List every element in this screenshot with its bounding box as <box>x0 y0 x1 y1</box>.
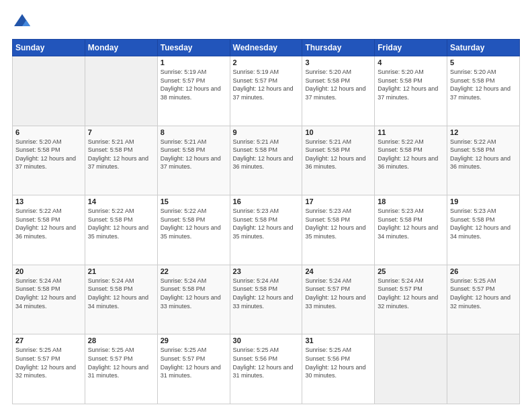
day-info: Sunrise: 5:24 AM Sunset: 5:58 PM Dayligh… <box>15 277 82 310</box>
day-number: 31 <box>305 336 371 345</box>
calendar-cell: 15Sunrise: 5:22 AM Sunset: 5:58 PM Dayli… <box>157 195 230 265</box>
day-info: Sunrise: 5:22 AM Sunset: 5:58 PM Dayligh… <box>378 138 444 171</box>
calendar-cell <box>375 334 447 404</box>
calendar-cell: 1Sunrise: 5:19 AM Sunset: 5:57 PM Daylig… <box>157 56 230 126</box>
calendar-cell: 18Sunrise: 5:23 AM Sunset: 5:58 PM Dayli… <box>375 195 447 265</box>
calendar-week-1: 1Sunrise: 5:19 AM Sunset: 5:57 PM Daylig… <box>13 56 520 126</box>
day-info: Sunrise: 5:22 AM Sunset: 5:58 PM Dayligh… <box>450 138 517 171</box>
day-number: 7 <box>88 128 154 136</box>
day-number: 12 <box>450 128 517 136</box>
day-info: Sunrise: 5:22 AM Sunset: 5:58 PM Dayligh… <box>88 207 154 240</box>
day-info: Sunrise: 5:24 AM Sunset: 5:58 PM Dayligh… <box>88 277 154 310</box>
day-number: 26 <box>450 267 517 275</box>
page: SundayMondayTuesdayWednesdayThursdayFrid… <box>0 0 532 411</box>
weekday-header-row: SundayMondayTuesdayWednesdayThursdayFrid… <box>13 40 520 56</box>
day-number: 25 <box>378 267 444 275</box>
day-number: 8 <box>161 128 227 136</box>
day-info: Sunrise: 5:24 AM Sunset: 5:58 PM Dayligh… <box>161 277 227 310</box>
calendar-cell: 16Sunrise: 5:23 AM Sunset: 5:58 PM Dayli… <box>230 195 302 265</box>
day-number: 27 <box>15 336 82 345</box>
day-number: 14 <box>88 197 154 205</box>
day-number: 15 <box>161 197 227 205</box>
calendar-cell: 28Sunrise: 5:25 AM Sunset: 5:57 PM Dayli… <box>85 334 157 404</box>
calendar-table: SundayMondayTuesdayWednesdayThursdayFrid… <box>12 39 520 404</box>
calendar-cell: 22Sunrise: 5:24 AM Sunset: 5:58 PM Dayli… <box>157 265 230 334</box>
calendar-cell: 14Sunrise: 5:22 AM Sunset: 5:58 PM Dayli… <box>85 195 157 265</box>
calendar-cell <box>85 56 157 126</box>
day-number: 30 <box>233 336 300 345</box>
calendar-cell: 21Sunrise: 5:24 AM Sunset: 5:58 PM Dayli… <box>85 265 157 334</box>
day-number: 22 <box>161 267 227 275</box>
calendar-cell: 20Sunrise: 5:24 AM Sunset: 5:58 PM Dayli… <box>13 265 85 334</box>
day-number: 16 <box>233 197 300 205</box>
day-number: 28 <box>88 336 154 345</box>
day-number: 19 <box>450 197 517 205</box>
calendar-cell: 10Sunrise: 5:21 AM Sunset: 5:58 PM Dayli… <box>302 126 375 195</box>
day-info: Sunrise: 5:22 AM Sunset: 5:58 PM Dayligh… <box>15 207 82 240</box>
calendar-cell: 8Sunrise: 5:21 AM Sunset: 5:58 PM Daylig… <box>157 126 230 195</box>
day-info: Sunrise: 5:24 AM Sunset: 5:57 PM Dayligh… <box>305 277 371 310</box>
day-number: 5 <box>450 58 517 66</box>
day-info: Sunrise: 5:23 AM Sunset: 5:58 PM Dayligh… <box>450 207 517 240</box>
calendar-cell: 19Sunrise: 5:23 AM Sunset: 5:58 PM Dayli… <box>447 195 520 265</box>
day-number: 20 <box>15 267 82 275</box>
weekday-header-saturday: Saturday <box>447 40 520 56</box>
calendar-cell <box>447 334 520 404</box>
calendar-cell: 24Sunrise: 5:24 AM Sunset: 5:57 PM Dayli… <box>302 265 375 334</box>
day-info: Sunrise: 5:23 AM Sunset: 5:58 PM Dayligh… <box>378 207 444 240</box>
calendar-cell: 23Sunrise: 5:24 AM Sunset: 5:58 PM Dayli… <box>230 265 302 334</box>
day-info: Sunrise: 5:25 AM Sunset: 5:57 PM Dayligh… <box>15 346 82 379</box>
day-number: 4 <box>378 58 444 66</box>
day-info: Sunrise: 5:23 AM Sunset: 5:58 PM Dayligh… <box>233 207 300 240</box>
calendar-cell: 31Sunrise: 5:25 AM Sunset: 5:56 PM Dayli… <box>302 334 375 404</box>
day-info: Sunrise: 5:24 AM Sunset: 5:58 PM Dayligh… <box>233 277 300 310</box>
day-number: 17 <box>305 197 371 205</box>
day-info: Sunrise: 5:24 AM Sunset: 5:57 PM Dayligh… <box>378 277 444 310</box>
weekday-header-friday: Friday <box>375 40 447 56</box>
day-info: Sunrise: 5:19 AM Sunset: 5:57 PM Dayligh… <box>161 68 227 101</box>
calendar-week-4: 20Sunrise: 5:24 AM Sunset: 5:58 PM Dayli… <box>13 265 520 334</box>
calendar-cell: 30Sunrise: 5:25 AM Sunset: 5:56 PM Dayli… <box>230 334 302 404</box>
calendar-cell: 6Sunrise: 5:20 AM Sunset: 5:58 PM Daylig… <box>13 126 85 195</box>
weekday-header-thursday: Thursday <box>302 40 375 56</box>
day-info: Sunrise: 5:19 AM Sunset: 5:57 PM Dayligh… <box>233 68 300 101</box>
day-info: Sunrise: 5:20 AM Sunset: 5:58 PM Dayligh… <box>15 138 82 171</box>
day-info: Sunrise: 5:25 AM Sunset: 5:57 PM Dayligh… <box>450 277 517 310</box>
weekday-header-wednesday: Wednesday <box>230 40 302 56</box>
weekday-header-tuesday: Tuesday <box>157 40 230 56</box>
calendar-week-2: 6Sunrise: 5:20 AM Sunset: 5:58 PM Daylig… <box>13 126 520 195</box>
day-info: Sunrise: 5:20 AM Sunset: 5:58 PM Dayligh… <box>450 68 517 101</box>
day-number: 2 <box>233 58 300 66</box>
day-info: Sunrise: 5:21 AM Sunset: 5:58 PM Dayligh… <box>161 138 227 171</box>
day-number: 11 <box>378 128 444 136</box>
day-info: Sunrise: 5:21 AM Sunset: 5:58 PM Dayligh… <box>88 138 154 171</box>
day-number: 29 <box>161 336 227 345</box>
calendar-week-3: 13Sunrise: 5:22 AM Sunset: 5:58 PM Dayli… <box>13 195 520 265</box>
day-number: 1 <box>161 58 227 66</box>
calendar-cell: 9Sunrise: 5:21 AM Sunset: 5:58 PM Daylig… <box>230 126 302 195</box>
calendar-cell: 2Sunrise: 5:19 AM Sunset: 5:57 PM Daylig… <box>230 56 302 126</box>
day-info: Sunrise: 5:25 AM Sunset: 5:57 PM Dayligh… <box>161 346 227 379</box>
day-info: Sunrise: 5:21 AM Sunset: 5:58 PM Dayligh… <box>305 138 371 171</box>
calendar-cell: 11Sunrise: 5:22 AM Sunset: 5:58 PM Dayli… <box>375 126 447 195</box>
day-number: 3 <box>305 58 371 66</box>
day-info: Sunrise: 5:22 AM Sunset: 5:58 PM Dayligh… <box>161 207 227 240</box>
day-info: Sunrise: 5:25 AM Sunset: 5:56 PM Dayligh… <box>233 346 300 379</box>
calendar-cell: 3Sunrise: 5:20 AM Sunset: 5:58 PM Daylig… <box>302 56 375 126</box>
day-info: Sunrise: 5:20 AM Sunset: 5:58 PM Dayligh… <box>305 68 371 101</box>
weekday-header-monday: Monday <box>85 40 157 56</box>
calendar-cell: 26Sunrise: 5:25 AM Sunset: 5:57 PM Dayli… <box>447 265 520 334</box>
calendar-cell: 29Sunrise: 5:25 AM Sunset: 5:57 PM Dayli… <box>157 334 230 404</box>
logo-icon <box>12 12 32 32</box>
calendar-cell: 27Sunrise: 5:25 AM Sunset: 5:57 PM Dayli… <box>13 334 85 404</box>
day-number: 6 <box>15 128 82 136</box>
calendar-cell: 5Sunrise: 5:20 AM Sunset: 5:58 PM Daylig… <box>447 56 520 126</box>
calendar-cell <box>13 56 85 126</box>
calendar-cell: 7Sunrise: 5:21 AM Sunset: 5:58 PM Daylig… <box>85 126 157 195</box>
calendar-week-5: 27Sunrise: 5:25 AM Sunset: 5:57 PM Dayli… <box>13 334 520 404</box>
day-number: 23 <box>233 267 300 275</box>
calendar-cell: 4Sunrise: 5:20 AM Sunset: 5:58 PM Daylig… <box>375 56 447 126</box>
day-number: 9 <box>233 128 300 136</box>
day-number: 24 <box>305 267 371 275</box>
calendar-cell: 17Sunrise: 5:23 AM Sunset: 5:58 PM Dayli… <box>302 195 375 265</box>
